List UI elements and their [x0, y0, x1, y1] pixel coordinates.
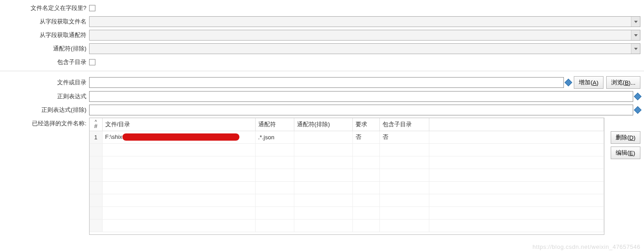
col-wildcard[interactable]: 通配符 [255, 118, 294, 131]
table-row-empty[interactable] [90, 206, 604, 219]
table-row-empty[interactable] [90, 194, 604, 206]
table-row-empty[interactable] [90, 169, 604, 181]
table-row[interactable]: 1 F:\shix .*.json 否 否 [90, 131, 604, 143]
chevron-down-icon[interactable] [631, 44, 640, 54]
redacted-text [122, 133, 239, 141]
label-include-subdir: 包含子目录 [4, 58, 89, 66]
cell-path[interactable]: F:\shix [102, 131, 255, 143]
label-file-or-dir: 文件或目录 [4, 78, 89, 87]
input-regex[interactable] [89, 91, 633, 102]
table-row-empty[interactable] [90, 156, 604, 169]
checkbox-filename-in-field[interactable] [89, 5, 95, 11]
combo-get-wildcard-from-field[interactable] [89, 30, 640, 41]
variable-icon[interactable] [565, 79, 572, 87]
table-header-row: ^# 文件/目录 通配符 通配符(排除) 要求 包含子目录 [90, 118, 604, 131]
table-row-empty[interactable] [90, 181, 604, 194]
table-row-empty[interactable] [90, 219, 604, 232]
col-spacer [429, 118, 604, 131]
label-regex-exclude: 正则表达式(排除) [4, 106, 89, 114]
chevron-down-icon[interactable] [631, 17, 640, 27]
edit-button[interactable]: 编辑(E) [611, 147, 640, 159]
label-selected-filenames: 已经选择的文件名称: [4, 118, 89, 235]
col-hash: ^# [90, 118, 102, 131]
combo-get-filename-from-field[interactable] [89, 16, 640, 27]
combo-wildcard-exclude[interactable] [89, 43, 640, 54]
watermark: https://blog.csdn.net/weixin_47657546 [532, 243, 640, 250]
col-wildcard-exclude[interactable]: 通配符(排除) [294, 118, 352, 131]
cell-required[interactable]: 否 [352, 131, 379, 143]
cell-wildcard-exclude[interactable] [294, 131, 352, 143]
label-get-filename-from-field: 从字段获取文件名 [4, 18, 89, 26]
browse-button[interactable]: 浏览(B)... [606, 76, 640, 89]
cell-rownum: 1 [90, 131, 102, 143]
chevron-down-icon[interactable] [631, 30, 640, 40]
cell-include-sub[interactable]: 否 [379, 131, 429, 143]
input-regex-exclude[interactable] [89, 105, 633, 115]
label-regex: 正则表达式 [4, 92, 89, 101]
label-wildcard-exclude: 通配符(排除) [4, 45, 89, 53]
separator [0, 71, 644, 71]
label-get-wildcard-from-field: 从字段获取通配符 [4, 31, 89, 39]
add-button[interactable]: 增加(A) [574, 76, 603, 89]
delete-button[interactable]: 删除(D) [611, 131, 640, 144]
variable-icon[interactable] [634, 93, 642, 101]
col-path[interactable]: 文件/目录 [102, 118, 255, 131]
input-file-or-dir[interactable] [89, 77, 564, 88]
col-include-sub[interactable]: 包含子目录 [379, 118, 429, 131]
variable-icon[interactable] [634, 106, 642, 114]
selected-files-table[interactable]: ^# 文件/目录 通配符 通配符(排除) 要求 包含子目录 1 F:\shix … [89, 118, 604, 235]
cell-spacer [429, 131, 604, 143]
cell-wildcard[interactable]: .*.json [255, 131, 294, 143]
table-row-empty[interactable] [90, 143, 604, 156]
label-filename-in-field: 文件名定义在字段里? [4, 4, 89, 12]
col-required[interactable]: 要求 [352, 118, 379, 131]
checkbox-include-subdir[interactable] [89, 59, 95, 65]
